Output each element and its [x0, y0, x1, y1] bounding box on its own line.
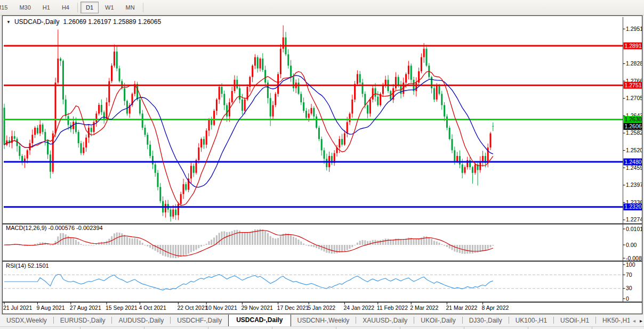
date-tick-label: 11 Feb 2022 [377, 305, 408, 311]
price-badge-label: 1.26065 [625, 123, 642, 129]
status-cell-divider [528, 327, 528, 329]
date-tick-label: 5 Jan 2022 [308, 305, 335, 311]
date-tick-label: 2 Mar 2022 [410, 305, 438, 311]
price-tick-label: 1.25205 [626, 147, 642, 153]
price-tick-label: 1.25820 [626, 129, 642, 136]
price-badge-label: 1.26303 [625, 116, 642, 122]
price-badge-label: 1.27515 [625, 82, 642, 88]
toolbar-separator [143, 3, 143, 12]
date-tick-label: 4 Oct 2021 [139, 305, 166, 311]
date-tick-label: 24 Jan 2022 [343, 305, 374, 311]
chart-tab-usoil-h1[interactable]: USOil-,H1 [554, 315, 595, 326]
panel-borders [3, 17, 642, 302]
macd-panel-layer [4, 229, 494, 258]
indicator-axis-label: 30 [626, 285, 632, 291]
indicator-axis-label: 0.00 [626, 242, 637, 248]
date-tick-label: 21 Mar 2022 [446, 305, 477, 311]
status-cell-divider [336, 327, 336, 329]
price-tick-label: 1.29510 [626, 26, 642, 32]
chart-tab-eurusd-daily[interactable]: EURUSD-,Daily [54, 315, 112, 326]
indicator-axis-label: -0.008939 [626, 255, 642, 261]
timeframe-toolbar: M15M30H1H4D1W1MN [0, 0, 644, 15]
tabs-scroll-left-icon[interactable]: ◂ [633, 318, 635, 324]
status-cell-divider [400, 327, 400, 329]
toolbar-separator [77, 3, 78, 12]
indicator-axis-label: 100 [626, 261, 635, 268]
price-chart-canvas[interactable]: 1.295101.282801.276651.270501.264351.258… [3, 16, 642, 314]
date-tick-label: 10 Nov 2021 [205, 305, 237, 311]
price-tick-label: 1.22745 [626, 216, 642, 223]
mt4-terminal: { "toolbar": { "timeframes": [ {"label":… [0, 0, 644, 329]
status-cell-divider [464, 327, 464, 329]
status-cell-divider [144, 327, 144, 329]
price-tick-label: 1.27050 [626, 95, 642, 101]
chart-tab-usdcad-daily[interactable]: USDCAD-,Daily [228, 315, 291, 326]
chart-tab-usdchf-daily[interactable]: USDCHF-,Daily [171, 315, 228, 326]
timeframe-button-d1[interactable]: D1 [80, 2, 99, 13]
price-badge-label: 1.28912 [625, 43, 642, 49]
price-tick-label: 1.28280 [626, 60, 642, 67]
indicator-axis-label: 0.010127 [626, 226, 642, 232]
price-badge-label: 1.24800 [625, 159, 642, 165]
timeframe-button-mn[interactable]: MN [120, 2, 140, 13]
chart-tab-uk100-h1[interactable]: UK100-,H1 [509, 315, 553, 326]
date-tick-label: 22 Oct 2021 [177, 305, 207, 311]
date-tick-label: 21 Jul 2021 [3, 305, 32, 311]
timeframe-button-h4[interactable]: H4 [57, 2, 75, 13]
status-cell-divider [80, 327, 80, 329]
date-axis: 21 Jul 20219 Aug 202127 Aug 202115 Sep 2… [3, 302, 509, 311]
date-tick-label: 8 Apr 2022 [482, 305, 509, 311]
indicator-axis-label: 70 [626, 272, 632, 278]
moving-averages-layer [4, 71, 493, 205]
date-tick-label: 15 Sep 2021 [106, 305, 138, 311]
status-strip [0, 326, 644, 329]
chart-window: 1.295101.282801.276651.270501.264351.258… [2, 15, 642, 314]
tabs-scroll-right-icon[interactable]: ▸ [640, 318, 642, 324]
timeframe-button-h1[interactable]: H1 [37, 2, 55, 13]
timeframe-button-m30[interactable]: M30 [14, 2, 36, 13]
chart-tabs-bar: USDX,WeeklyEURUSD-,DailyAUDUSD-,DailyUSD… [0, 315, 644, 326]
chart-tab-dj30-daily[interactable]: DJ30-,Daily [463, 315, 509, 326]
indicator-axis-label: 0 [626, 295, 629, 302]
date-tick-label: 29 Nov 2021 [241, 305, 273, 311]
date-tick-label: 9 Aug 2021 [36, 305, 65, 311]
status-cell-divider [272, 327, 272, 329]
status-cell-divider [208, 327, 208, 329]
date-tick-label: 17 Dec 2021 [277, 305, 309, 311]
chart-tab-usdx-weekly[interactable]: USDX,Weekly [0, 315, 53, 326]
timeframe-button-m15[interactable]: M15 [0, 2, 13, 13]
chart-tab-xauusd-daily[interactable]: XAUUSD-,Daily [356, 315, 414, 326]
chart-tab-ukoil-daily[interactable]: UKOil-,Daily [414, 315, 462, 326]
status-cell-divider [592, 327, 592, 329]
chart-tab-usdcnh-weekly[interactable]: USDCNH-,Weekly [291, 315, 356, 326]
price-tick-label: 1.23975 [626, 182, 642, 188]
price-badge-label: 1.23203 [625, 203, 642, 210]
rsi-panel-layer [4, 274, 623, 290]
indicator-axis: 0.0101270.00-0.00893910070300 [623, 226, 642, 302]
date-tick-label: 27 Aug 2021 [70, 305, 101, 311]
price-axis: 1.295101.282801.276651.270501.264351.258… [623, 26, 642, 223]
timeframe-button-w1[interactable]: W1 [100, 2, 119, 13]
chart-tab-audusd-daily[interactable]: AUDUSD-,Daily [112, 315, 170, 326]
tab-scroll-arrows: ◂▸ [630, 315, 642, 326]
